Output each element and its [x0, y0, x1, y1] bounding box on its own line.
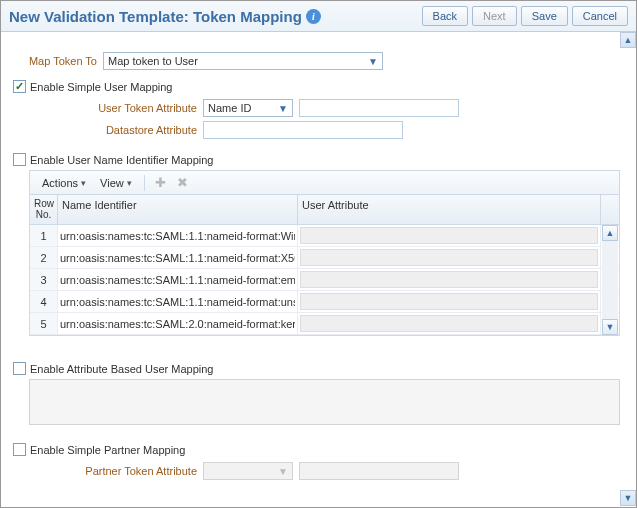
- col-scroll: [601, 195, 619, 224]
- enable-simple-user-label: Enable Simple User Mapping: [30, 81, 172, 93]
- chevron-down-icon: ▼: [278, 466, 288, 477]
- cell-userattr[interactable]: [298, 269, 601, 290]
- enable-nameid-checkbox[interactable]: [13, 153, 26, 166]
- cell-nameid[interactable]: [58, 247, 298, 268]
- enable-attr-based-checkbox[interactable]: [13, 362, 26, 375]
- nameid-input[interactable]: [58, 227, 297, 245]
- nameid-input[interactable]: [58, 293, 297, 311]
- back-button[interactable]: Back: [422, 6, 468, 26]
- datastore-attr-label: Datastore Attribute: [53, 124, 203, 136]
- page-scrollbar[interactable]: ▲ ▼: [620, 32, 636, 506]
- cell-nameid[interactable]: [58, 291, 298, 312]
- cell-rowno: 1: [30, 225, 58, 246]
- cancel-button[interactable]: Cancel: [572, 6, 628, 26]
- nameid-input[interactable]: [58, 249, 297, 267]
- map-token-row: Map Token To Map token to User ▼: [13, 52, 624, 70]
- scroll-down-icon[interactable]: ▼: [602, 319, 618, 335]
- col-nameid[interactable]: Name Identifier: [58, 195, 298, 224]
- col-rowno[interactable]: Row No.: [30, 195, 58, 224]
- scroll-down-icon[interactable]: ▼: [620, 490, 636, 506]
- map-token-value: Map token to User: [108, 55, 198, 67]
- table-row[interactable]: 1: [30, 225, 619, 247]
- chevron-down-icon: ▼: [278, 103, 288, 114]
- partner-token-attr-input: [299, 462, 459, 480]
- header: New Validation Template: Token Mapping i…: [1, 1, 636, 32]
- actions-menu[interactable]: Actions▾: [36, 175, 92, 191]
- info-icon[interactable]: i: [306, 9, 321, 24]
- chevron-down-icon: ▾: [127, 178, 132, 188]
- nameid-input[interactable]: [58, 271, 297, 289]
- attr-based-placeholder: [29, 379, 620, 425]
- map-token-select[interactable]: Map token to User ▼: [103, 52, 383, 70]
- table-body: 12345 ▲ ▼: [30, 225, 619, 335]
- partner-token-row: Partner Token Attribute ▼: [13, 462, 624, 480]
- separator: [144, 175, 145, 191]
- datastore-attr-input[interactable]: [203, 121, 403, 139]
- content-area: Map Token To Map token to User ▼ Enable …: [1, 32, 636, 506]
- userattr-input[interactable]: [300, 315, 598, 332]
- table-toolbar: Actions▾ View▾ ✚ ✖: [29, 170, 620, 194]
- cell-userattr[interactable]: [298, 313, 601, 334]
- userattr-input[interactable]: [300, 227, 598, 244]
- enable-simple-user-row: Enable Simple User Mapping: [13, 80, 624, 93]
- partner-token-attr-label: Partner Token Attribute: [13, 465, 203, 477]
- title-text: New Validation Template: Token Mapping: [9, 8, 302, 25]
- cell-rowno: 5: [30, 313, 58, 334]
- enable-simple-user-checkbox[interactable]: [13, 80, 26, 93]
- enable-attr-based-label: Enable Attribute Based User Mapping: [30, 363, 213, 375]
- partner-token-attr-select: ▼: [203, 462, 293, 480]
- enable-simple-partner-checkbox[interactable]: [13, 443, 26, 456]
- table-row[interactable]: 3: [30, 269, 619, 291]
- delete-icon: ✖: [173, 174, 193, 192]
- cell-rowno: 2: [30, 247, 58, 268]
- add-icon: ✚: [151, 174, 171, 192]
- enable-nameid-label: Enable User Name Identifier Mapping: [30, 154, 213, 166]
- enable-simple-partner-label: Enable Simple Partner Mapping: [30, 444, 185, 456]
- scroll-up-icon[interactable]: ▲: [620, 32, 636, 48]
- nameid-input[interactable]: [58, 315, 297, 333]
- save-button[interactable]: Save: [521, 6, 568, 26]
- enable-nameid-row: Enable User Name Identifier Mapping: [13, 153, 624, 166]
- cell-rowno: 3: [30, 269, 58, 290]
- cell-nameid[interactable]: [58, 225, 298, 246]
- table-row[interactable]: 2: [30, 247, 619, 269]
- user-token-attr-input[interactable]: [299, 99, 459, 117]
- next-button: Next: [472, 6, 517, 26]
- userattr-input[interactable]: [300, 249, 598, 266]
- map-token-label: Map Token To: [13, 55, 103, 67]
- cell-userattr[interactable]: [298, 247, 601, 268]
- cell-nameid[interactable]: [58, 269, 298, 290]
- nameid-table: Row No. Name Identifier User Attribute 1…: [29, 194, 620, 336]
- table-row[interactable]: 5: [30, 313, 619, 335]
- userattr-input[interactable]: [300, 271, 598, 288]
- chevron-down-icon: ▾: [81, 178, 86, 188]
- cell-userattr[interactable]: [298, 225, 601, 246]
- cell-userattr[interactable]: [298, 291, 601, 312]
- view-menu[interactable]: View▾: [94, 175, 138, 191]
- chevron-down-icon: ▼: [368, 56, 378, 67]
- simple-user-subform: User Token Attribute Name ID ▼ Datastore…: [53, 99, 624, 139]
- userattr-input[interactable]: [300, 293, 598, 310]
- col-userattr[interactable]: User Attribute: [298, 195, 601, 224]
- cell-rowno: 4: [30, 291, 58, 312]
- table-header: Row No. Name Identifier User Attribute: [30, 195, 619, 225]
- user-token-attr-label: User Token Attribute: [53, 102, 203, 114]
- table-scrollbar[interactable]: ▲ ▼: [602, 225, 618, 335]
- user-token-attr-value: Name ID: [208, 102, 251, 114]
- scroll-up-icon[interactable]: ▲: [602, 225, 618, 241]
- cell-nameid[interactable]: [58, 313, 298, 334]
- page-title: New Validation Template: Token Mapping i: [9, 8, 321, 25]
- enable-simple-partner-row: Enable Simple Partner Mapping: [13, 443, 624, 456]
- table-row[interactable]: 4: [30, 291, 619, 313]
- enable-attr-based-row: Enable Attribute Based User Mapping: [13, 362, 624, 375]
- user-token-attr-select[interactable]: Name ID ▼: [203, 99, 293, 117]
- header-buttons: Back Next Save Cancel: [422, 6, 628, 26]
